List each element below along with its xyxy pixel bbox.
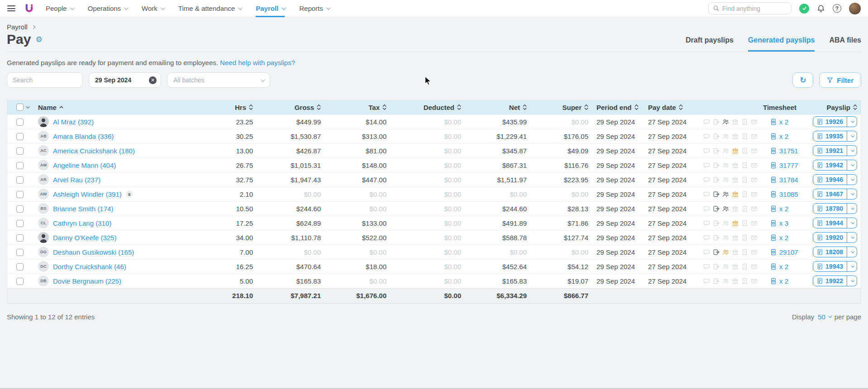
send-timesheet-icon[interactable] — [713, 234, 720, 241]
payslip-doc-icon[interactable] — [741, 119, 748, 125]
comment-icon[interactable] — [703, 147, 710, 154]
timesheet-link[interactable]: x 2 — [757, 234, 803, 242]
row-checkbox[interactable] — [16, 119, 24, 126]
row-checkbox[interactable] — [16, 220, 24, 227]
payslip-button[interactable]: 19935 — [813, 131, 857, 142]
send-timesheet-icon[interactable] — [713, 278, 720, 285]
payslip-dropdown-icon[interactable] — [847, 276, 857, 286]
row-checkbox[interactable] — [16, 191, 24, 198]
email-icon[interactable] — [751, 249, 758, 256]
col-header-period-end[interactable]: Period end — [596, 104, 642, 111]
employee-link[interactable]: Dovie Bergnaum (225) — [53, 277, 121, 285]
payslip-doc-icon[interactable] — [741, 249, 748, 256]
email-icon[interactable] — [751, 220, 758, 227]
employee-link[interactable]: America Cruickshank (180) — [53, 147, 135, 155]
global-search[interactable] — [708, 2, 792, 14]
payslip-dropdown-icon[interactable] — [847, 131, 857, 141]
payslip-doc-icon[interactable] — [741, 162, 748, 169]
user-avatar[interactable] — [849, 3, 861, 14]
row-checkbox[interactable] — [16, 205, 24, 213]
comment-icon[interactable] — [703, 220, 710, 227]
payslip-doc-icon[interactable] — [741, 147, 748, 154]
payslip-button[interactable]: 19946 — [813, 174, 857, 185]
bank-icon[interactable] — [732, 220, 739, 227]
col-header-hrs[interactable]: Hrs — [202, 104, 253, 111]
tab-generated-payslips[interactable]: Generated payslips — [748, 36, 815, 52]
bank-icon[interactable] — [732, 263, 739, 270]
timesheet-link[interactable]: x 3 — [757, 219, 803, 227]
payslip-dropdown-icon[interactable] — [847, 175, 857, 185]
payslip-dropdown-icon[interactable] — [847, 117, 857, 127]
batches-select[interactable]: All batches — [167, 72, 270, 88]
col-header-tax[interactable]: Tax — [321, 104, 386, 111]
send-timesheet-icon[interactable] — [713, 133, 720, 140]
payslip-doc-icon[interactable] — [741, 205, 748, 212]
email-icon[interactable] — [751, 176, 758, 183]
timesheet-link[interactable]: x 2 — [757, 263, 803, 270]
row-checkbox[interactable] — [16, 278, 24, 285]
payslip-button[interactable]: 19921 — [813, 145, 857, 156]
employee-link[interactable]: Al Mraz (392) — [53, 118, 94, 126]
email-icon[interactable] — [751, 278, 758, 285]
global-search-input[interactable] — [722, 5, 787, 12]
payslip-dropdown-icon[interactable] — [847, 189, 857, 199]
bank-icon[interactable] — [732, 205, 739, 212]
status-check-icon[interactable] — [799, 4, 809, 14]
payslip-doc-icon[interactable] — [741, 133, 748, 140]
email-icon[interactable] — [751, 133, 758, 140]
notifications-bell-icon[interactable] — [817, 5, 825, 13]
people-icon[interactable] — [722, 191, 729, 198]
employee-link[interactable]: Danny O'Keefe (325) — [53, 234, 116, 242]
per-page-select[interactable]: 50 — [818, 313, 831, 321]
payslip-doc-icon[interactable] — [741, 176, 748, 183]
bank-icon[interactable] — [732, 249, 739, 256]
send-timesheet-icon[interactable] — [713, 263, 720, 270]
comment-icon[interactable] — [703, 133, 710, 140]
employee-link[interactable]: Dorthy Cruickshank (46) — [53, 263, 126, 270]
hamburger-menu-icon[interactable] — [7, 5, 15, 11]
col-header-super[interactable]: Super — [527, 104, 588, 111]
timesheet-link[interactable]: x 2 — [757, 133, 803, 140]
payslip-dropdown-icon[interactable] — [847, 146, 857, 156]
timesheet-link[interactable]: 31085 — [757, 190, 803, 198]
bank-icon[interactable] — [732, 278, 739, 285]
people-icon[interactable] — [722, 147, 729, 154]
email-icon[interactable] — [751, 263, 758, 270]
nav-item-operations[interactable]: Operations — [88, 0, 127, 17]
help-icon[interactable]: ? — [833, 4, 841, 13]
payslip-button[interactable]: 19943 — [813, 261, 857, 272]
payslip-doc-icon[interactable] — [741, 234, 748, 241]
table-search-input[interactable] — [13, 76, 77, 84]
send-timesheet-icon[interactable] — [713, 119, 720, 125]
comment-icon[interactable] — [703, 205, 710, 212]
payslip-button[interactable]: 18208 — [813, 247, 857, 257]
col-header-net[interactable]: Net — [461, 104, 527, 111]
send-timesheet-icon[interactable] — [713, 191, 720, 198]
help-link[interactable]: Need help with payslips? — [220, 59, 295, 66]
employee-link[interactable]: Deshaun Gusikowski (165) — [53, 248, 134, 256]
employee-link[interactable]: Angeline Mann (404) — [53, 161, 116, 169]
payslip-button[interactable]: 19942 — [813, 160, 857, 171]
payslip-dropdown-icon[interactable] — [847, 160, 857, 170]
people-icon[interactable] — [722, 263, 729, 270]
gear-icon[interactable]: ⚙ — [35, 35, 42, 44]
people-icon[interactable] — [722, 220, 729, 227]
filter-button[interactable]: Filter — [819, 72, 861, 88]
employee-link[interactable]: Ashleigh Windler (391) — [53, 190, 122, 198]
pay-date-filter[interactable]: 29 Sep 2024 ✕ — [89, 72, 161, 88]
payslip-dropdown-icon[interactable] — [847, 232, 857, 242]
payslip-button[interactable]: 18780 — [813, 203, 857, 214]
row-checkbox[interactable] — [16, 234, 24, 242]
send-timesheet-icon[interactable] — [713, 205, 720, 212]
employee-link[interactable]: Arvel Rau (237) — [53, 176, 100, 184]
tab-aba-files[interactable]: ABA files — [829, 36, 861, 52]
breadcrumb-payroll[interactable]: Payroll — [7, 23, 28, 31]
payslip-button[interactable]: 19467 — [813, 189, 857, 199]
row-checkbox[interactable] — [16, 162, 24, 169]
timesheet-link[interactable]: 31751 — [757, 147, 803, 155]
comment-icon[interactable] — [703, 249, 710, 256]
payslip-doc-icon[interactable] — [741, 263, 748, 270]
col-header-gross[interactable]: Gross — [253, 104, 321, 111]
payslip-dropdown-icon[interactable] — [847, 204, 857, 213]
timesheet-link[interactable]: x 2 — [757, 205, 803, 213]
